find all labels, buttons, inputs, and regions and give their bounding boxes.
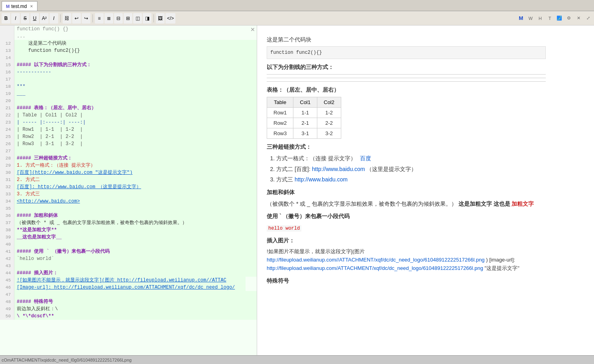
preview-image-para: !如果图片不能显示，就显示这段文字](图片 http://fileupload.… (267, 248, 546, 272)
line-text[interactable]: __这也是加粗文字__ (14, 234, 257, 241)
line-text[interactable]: [百度]: http://www.baidu.com （这里是提示文字） (14, 183, 257, 191)
col1-button[interactable]: ◫ (133, 13, 142, 24)
line-text[interactable]: ##### 特殊符号 (14, 298, 257, 305)
line-text[interactable]: 前边加入反斜杠：\ (14, 305, 257, 313)
line-text[interactable]: ... (14, 33, 257, 40)
line-text[interactable]: | Row3 | 3-1 | 3-2 | (14, 140, 257, 148)
active-tab[interactable]: M test.md × (2, 1, 37, 11)
line-text[interactable]: `hello world` (14, 255, 257, 262)
tab-bar: M test.md × (0, 0, 594, 11)
list2-button[interactable]: ≣ (104, 13, 113, 24)
line-text[interactable] (14, 262, 257, 270)
line-text[interactable]: | ----- |:-----:| ----:| (14, 119, 257, 126)
line-text[interactable]: *** (14, 83, 257, 90)
italic-button[interactable]: I (11, 13, 20, 24)
editor-line: 27 (0, 148, 257, 155)
line-text[interactable]: function func2(){} (14, 47, 257, 54)
line-text[interactable]: [Image-url]: http://fileupload.weilianup… (14, 284, 246, 291)
link-button[interactable]: ⛓ (63, 13, 71, 24)
undo-button[interactable]: ↩ (72, 13, 81, 24)
line-number: 40 (0, 241, 14, 248)
superscript-button[interactable]: A² (40, 13, 49, 24)
line-number: 30 (0, 169, 14, 176)
line-number: 16 (0, 69, 14, 76)
col2-button[interactable]: ◨ (143, 13, 151, 24)
preview-table-heading: 表格：（居左、居中、居右） (267, 87, 546, 94)
table2-button[interactable]: ⊞ (124, 13, 132, 24)
line-text[interactable]: function func() {} (14, 26, 257, 33)
view-w-icon[interactable]: W (526, 14, 535, 23)
line-text[interactable]: ___ (14, 90, 257, 97)
image-link-1[interactable]: http://fileupload.weilianup.com//ATTACHM… (267, 257, 485, 263)
image-link-2[interactable]: http://fileupload.weilianup.com/ATTACHME… (267, 265, 483, 271)
close-icon[interactable]: ✕ (574, 14, 583, 23)
line-text[interactable] (14, 148, 257, 155)
line-number: 32 (0, 183, 14, 191)
view-md-icon[interactable]: M (517, 14, 525, 23)
baidu-link-2[interactable]: http://www.baidu.com (312, 166, 365, 172)
line-text[interactable]: 1. 方式一格式：（连接 提示文字） (14, 162, 257, 169)
italic2-button[interactable]: I (49, 13, 58, 24)
view-img-icon[interactable]: 🗾 (555, 14, 564, 23)
line-text[interactable]: [百度](http://www.baidu.com "这是提示文字") (14, 169, 257, 176)
app-container: M test.md × B I S U A² I ⛓ ↩ ↪ ≡ ≣ ⊟ ⊞ ◫… (0, 0, 594, 364)
line-text[interactable]: 2. 方式二 (14, 176, 257, 183)
line-text[interactable]: ##### 插入图片： (14, 270, 257, 277)
line-text[interactable]: ##### 表格：（居左、居中、居右） (14, 104, 257, 112)
view-h-icon[interactable]: H (536, 14, 545, 23)
underline-button[interactable]: U (30, 13, 39, 24)
toolbar-sep-3 (153, 14, 154, 22)
line-number: 48 (0, 298, 14, 305)
link-item-text: 方式一格式：（连接 提示文字） (276, 155, 356, 161)
line-text[interactable]: \ *\*dcscf\** (14, 313, 257, 320)
line-text[interactable] (14, 76, 257, 83)
bold-button[interactable]: B (2, 13, 10, 24)
line-text[interactable]: ##### 以下为分割线的三种方式： (14, 61, 257, 69)
baidu-link-3[interactable]: http://www.baidu.com (295, 176, 348, 183)
image-suffix: "这是提示文字" (485, 265, 519, 271)
line-text[interactable]: | Table | Col1 | Col2 | (14, 112, 257, 119)
line-text[interactable] (14, 291, 257, 298)
line-text[interactable]: ##### 加粗和斜体 (14, 212, 257, 219)
line-text[interactable]: ![如果图片不能显示，就显示这段文字](图片 http://fileupload… (14, 277, 246, 284)
line-text[interactable]: | Row1 | 1-1 | 1-2 | (14, 126, 257, 133)
code-button[interactable]: </> (165, 13, 175, 24)
preview-links-heading: 三种超链接方式： (267, 144, 546, 151)
line-text[interactable] (14, 97, 257, 104)
line-text[interactable] (14, 241, 257, 248)
line-text[interactable]: （被偶数个 * 或 _ 包裹的文字显示加粗效果，被奇数个包裹的为倾斜效果。） (14, 219, 257, 226)
image-button[interactable]: 🖼 (156, 13, 165, 24)
line-number: 50 (0, 313, 14, 320)
settings-icon[interactable]: ⚙ (564, 14, 573, 23)
editor-close-button[interactable]: ✕ (250, 26, 255, 33)
expand-icon[interactable]: ⤢ (584, 14, 592, 23)
line-number: 12 (0, 40, 14, 47)
list1-button[interactable]: ≡ (95, 13, 104, 24)
table1-button[interactable]: ⊟ (114, 13, 123, 24)
list-item: 方式二 [百度]: http://www.baidu.com （这里是提示文字） (276, 165, 546, 173)
editor-line: 14 (0, 54, 257, 61)
view-t-icon[interactable]: T (545, 14, 554, 23)
tab-close-button[interactable]: × (30, 4, 33, 9)
strike-button[interactable]: S (21, 13, 30, 24)
line-text[interactable]: <http://www.baidu.com> (14, 198, 257, 205)
line-text[interactable]: **这是加粗文字** (14, 226, 257, 234)
line-text[interactable]: ------------ (14, 69, 257, 76)
editor-line: 50 \ *\*dcscf\** (0, 313, 257, 320)
redo-button[interactable]: ↪ (82, 13, 90, 24)
editor-line: 28 ##### 三种超链接方式： (0, 155, 257, 162)
editor-line: 18 *** (0, 83, 257, 90)
line-text[interactable]: ##### 使用 ` （撇号）来包裹一小段代码 (14, 248, 257, 255)
line-number: 49 (0, 305, 14, 313)
line-text[interactable]: ##### 三种超链接方式： (14, 155, 257, 162)
preview-image-heading: 插入图片： (267, 237, 546, 244)
editor-line: 21 ##### 表格：（居左、居中、居右） (0, 104, 257, 112)
line-text[interactable]: | Row2 | 2-1 | 2-2 | (14, 133, 257, 140)
line-text[interactable]: 3. 方式三 (14, 191, 257, 198)
line-text[interactable]: 这是第二个代码块 (14, 40, 257, 47)
baidu-link-1[interactable]: 百度 (360, 155, 371, 161)
table-row: Row2 2-1 2-2 (267, 118, 341, 128)
line-text[interactable] (14, 205, 257, 212)
preview-bold-para: （被偶数个 * 或 _ 包裹的文字显示加粗效果，被奇数个包裹的为倾斜效果。） 这… (267, 199, 546, 208)
line-text[interactable] (14, 54, 257, 61)
